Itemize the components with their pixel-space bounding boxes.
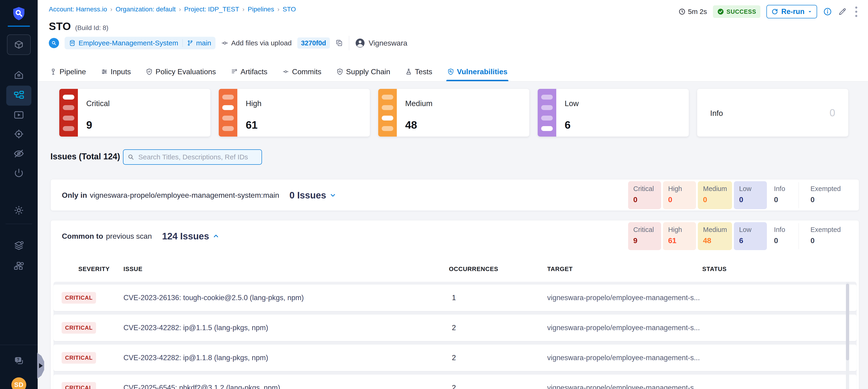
edit-pencil-icon[interactable] <box>838 7 847 16</box>
commit-icon <box>221 39 228 47</box>
severity-level-strip <box>538 89 556 137</box>
status-badge: SUCCESS <box>713 5 761 18</box>
commit-message: Add files via upload <box>221 39 292 47</box>
vulnerabilities-icon shield-search-icon <box>447 68 454 75</box>
summary-card-critical[interactable]: Critical 9 <box>59 89 210 137</box>
table-row[interactable]: CRITICAL CVE-2023-26136: tough-cookie@2.… <box>54 284 857 311</box>
sidebar-item-pipelines pipelines-icon[interactable] <box>6 86 31 106</box>
more-options-kebab-icon[interactable] <box>853 6 860 18</box>
inputs-icon <box>101 68 108 75</box>
severity-badge: CRITICAL <box>62 322 96 334</box>
tab-commits[interactable]: Commits <box>281 62 322 81</box>
module-selector-button cube-icon[interactable] <box>7 34 31 55</box>
table-row[interactable]: CRITICAL CVE-2025-6545: pbkdf2@3.1.2 (la… <box>54 374 857 389</box>
group-scope: vigneswara-propelo/employee-management-s… <box>90 191 279 200</box>
severity-level-strip <box>378 89 397 137</box>
issue-title: CVE-2023-26136: tough-cookie@2.5.0 (lang… <box>123 294 304 302</box>
severity-badge: CRITICAL <box>62 292 96 304</box>
chip-info: Info0 <box>769 222 792 250</box>
info-icon[interactable] <box>823 7 832 16</box>
sidebar-item-get-started power-icon[interactable] <box>0 167 38 179</box>
breadcrumb-pipelines[interactable]: Pipelines <box>248 6 274 13</box>
artifacts-icon list-plus-icon <box>231 68 238 75</box>
summary-card-low[interactable]: Low 6 <box>538 89 689 137</box>
summary-card-medium[interactable]: Medium 48 <box>378 89 529 137</box>
execution-tabs: Pipeline Inputs Policy Evaluations Artif… <box>49 62 508 81</box>
repo-branch-pill[interactable]: Employee-Management-System main <box>65 37 216 49</box>
summary-card-high[interactable]: High 61 <box>219 89 370 137</box>
card-value: 0 <box>830 107 835 119</box>
group-scope: previous scan <box>106 232 152 241</box>
chevron-up-icon <box>213 233 219 240</box>
breadcrumb-separator: › <box>277 6 279 13</box>
group-count-toggle[interactable]: 124 Issues <box>162 231 219 242</box>
copy-icon[interactable] <box>335 39 343 47</box>
build-id-label: (Build Id: 8) <box>75 24 108 32</box>
severity-badge: CRITICAL <box>62 352 96 364</box>
column-header-status: STATUS <box>702 266 727 273</box>
execution-duration: 5m 2s <box>678 8 707 16</box>
breadcrumb-organization[interactable]: Organization: default <box>116 6 176 13</box>
tab-vulnerabilities[interactable]: Vulnerabilities <box>446 62 508 81</box>
user-avatar[interactable]: SD <box>11 378 26 389</box>
rerun-button[interactable]: Re-run <box>767 5 817 18</box>
column-header-target: TARGET <box>547 266 573 273</box>
tab-pipeline[interactable]: Pipeline <box>49 62 87 81</box>
table-row[interactable]: CRITICAL CVE-2023-42282: ip@1.1.5 (lang-… <box>54 314 857 341</box>
issue-title: CVE-2025-6545: pbkdf2@3.1.2 (lang-pkgs, … <box>123 384 280 389</box>
chip-info: Info0 <box>769 181 792 209</box>
tab-policy-evaluations[interactable]: Policy Evaluations <box>145 62 217 81</box>
occurrences-count: 2 <box>452 324 456 332</box>
policy-evaluations-icon shield-check-icon <box>146 68 153 75</box>
sidebar-item-project-setup layers-settings-icon[interactable] <box>0 240 38 253</box>
chip-exempted: Exempted0 <box>805 181 846 209</box>
breadcrumb-account[interactable]: Account: Harness.io <box>49 6 107 13</box>
sidebar-divider <box>0 345 38 345</box>
group-count-toggle[interactable]: 0 Issues <box>289 190 336 200</box>
tab-supply-chain[interactable]: Supply Chain <box>335 62 391 81</box>
breadcrumb-project[interactable]: Project: IDP_TEST <box>184 6 239 13</box>
card-value: 61 <box>246 119 257 131</box>
sidebar-item-exemptions eye-off-icon[interactable] <box>0 147 38 160</box>
scrollbar-thumb[interactable] <box>846 284 849 360</box>
target-name: vigneswara-propelo/employee-management-s… <box>547 384 700 389</box>
harness-sto-logo shield-magnifier-icon[interactable] <box>11 6 26 21</box>
sidebar-item-help chat-question-icon[interactable]: ? <box>0 355 38 368</box>
card-label: Low <box>565 99 579 108</box>
issue-title: CVE-2023-42282: ip@1.1.8 (lang-pkgs, npm… <box>123 354 268 362</box>
card-value: 6 <box>565 119 571 131</box>
chip-high: High61 <box>663 222 696 250</box>
caret-down-icon <box>807 9 812 14</box>
chip-low: Low6 <box>734 222 767 250</box>
breadcrumb-pipeline-name[interactable]: STO <box>283 6 296 13</box>
card-label: Info <box>710 109 723 118</box>
tab-inputs[interactable]: Inputs <box>100 62 132 81</box>
card-label: High <box>246 99 261 108</box>
sidebar-item-settings gear-icon[interactable] <box>0 204 38 217</box>
sidebar-item-org-setup org-settings-icon[interactable] <box>0 260 38 273</box>
card-label: Medium <box>405 99 432 108</box>
target-name: vigneswara-propelo/employee-management-s… <box>547 294 700 302</box>
sidebar-item-home home-icon[interactable] <box>0 68 38 81</box>
occurrences-count: 2 <box>452 384 456 389</box>
tab-tests[interactable]: Tests <box>404 62 433 81</box>
chip-medium: Medium48 <box>698 222 732 250</box>
sidebar-item-executions play-box-icon[interactable] <box>0 108 38 121</box>
severity-badge: CRITICAL <box>62 382 96 389</box>
group-prefix: Only in <box>62 191 87 200</box>
issues-heading: Issues (Total 124) <box>51 152 120 162</box>
supply-chain-icon shield-link-icon <box>336 68 343 75</box>
search-input[interactable] <box>123 149 262 165</box>
branch-name: main <box>196 39 211 47</box>
breadcrumb-separator: › <box>179 6 181 13</box>
page-header: Account: Harness.io › Organization: defa… <box>38 0 868 81</box>
chip-exempted: Exempted0 <box>805 222 846 250</box>
commit-sha-pill[interactable]: 3270f0d <box>297 37 330 49</box>
tab-artifacts[interactable]: Artifacts <box>230 62 269 81</box>
severity-chips: Critical9 High61 Medium48 Low6 Info0 Exe… <box>628 222 846 250</box>
sidebar-item-targets target-icon[interactable] <box>0 128 38 141</box>
chip-high: High0 <box>663 181 696 209</box>
summary-card-info[interactable]: Info 0 <box>697 89 848 137</box>
card-value: 9 <box>86 119 92 131</box>
table-row[interactable]: CRITICAL CVE-2023-42282: ip@1.1.8 (lang-… <box>54 344 857 371</box>
